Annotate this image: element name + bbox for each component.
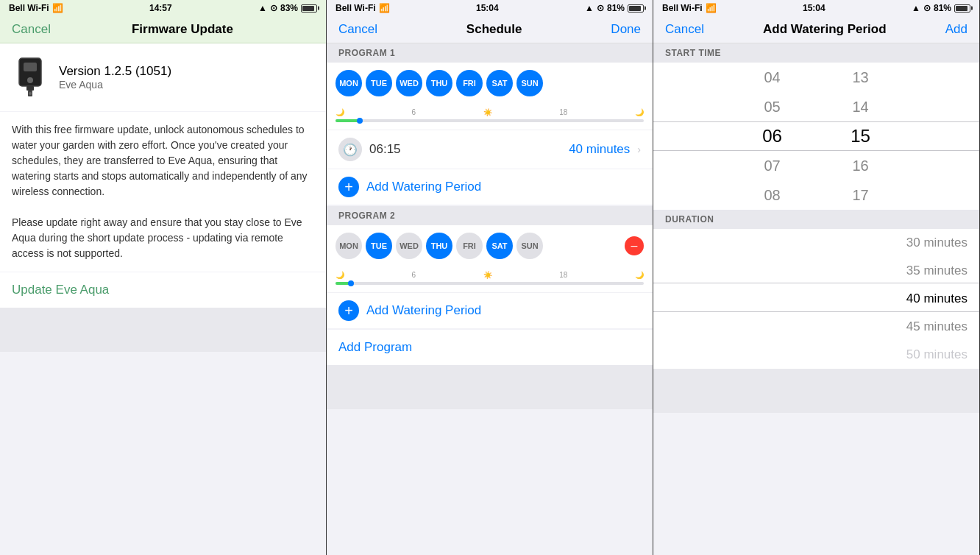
- add-watering-label-2: Add Watering Period: [366, 303, 481, 318]
- schedule-content: PROGRAM 1 MON TUE WED THU FRI SAT SUN 🌙 …: [327, 43, 653, 555]
- add-watering-content: START TIME 03 04 05 06 07 08 09 12 13 14…: [653, 43, 979, 555]
- hour-07: 07: [750, 151, 795, 180]
- day-sun-2[interactable]: SUN: [516, 233, 543, 259]
- slider-label-6-1: 6: [412, 108, 416, 116]
- day-tue-2[interactable]: TUE: [366, 233, 392, 259]
- add-watering-gray-block: [653, 369, 979, 413]
- day-mon-1[interactable]: MON: [335, 70, 362, 96]
- program-2-label: PROGRAM 2: [327, 206, 653, 225]
- schedule-nav-bar: Cancel Schedule Done: [327, 16, 653, 43]
- plus-icon-2: +: [338, 300, 359, 321]
- wifi-icon-1: 📶: [52, 3, 63, 13]
- moon-icon-left-2: 🌙: [335, 271, 344, 279]
- sun-icon-2: ☀️: [483, 271, 492, 279]
- day-sat-2[interactable]: SAT: [486, 233, 513, 259]
- battery-icon-2: [628, 4, 644, 13]
- duration-40: 40 minutes: [653, 285, 979, 313]
- minute-column[interactable]: 12 13 14 15 16 17 18: [817, 63, 905, 210]
- day-fri-1[interactable]: FRI: [456, 70, 483, 96]
- add-program-row[interactable]: Add Program: [327, 330, 653, 365]
- day-mon-2[interactable]: MON: [335, 233, 362, 259]
- start-time-label: START TIME: [653, 43, 979, 63]
- status-left-2: Bell Wi-Fi 📶: [335, 3, 390, 13]
- day-sat-1[interactable]: SAT: [486, 70, 513, 96]
- eve-aqua-icon: [13, 57, 47, 98]
- program-1-time-entry[interactable]: 🕐 06:15 40 minutes ›: [327, 130, 653, 169]
- moon-icon-left-1: 🌙: [335, 108, 344, 116]
- min-17: 17: [839, 180, 883, 210]
- battery-pct-3: 81%: [934, 3, 951, 13]
- device-name: Eve Aqua: [59, 79, 171, 91]
- program-2-slider: 🌙 6 ☀️ 18 🌙: [327, 266, 653, 292]
- day-wed-1[interactable]: WED: [396, 70, 422, 96]
- plus-icon-1: +: [338, 177, 359, 197]
- location-icon-2: ▲: [585, 3, 594, 13]
- battery-icon-3: [954, 4, 970, 13]
- location-icon-3: ▲: [912, 3, 920, 13]
- min-15: 15: [839, 121, 883, 151]
- device-icon: [12, 55, 49, 99]
- cancel-button-1[interactable]: Cancel: [12, 22, 51, 37]
- battery-icon-1: [301, 4, 317, 13]
- add-watering-1[interactable]: + Add Watering Period: [327, 169, 653, 205]
- add-program-label: Add Program: [338, 340, 412, 354]
- status-left-3: Bell Wi-Fi 📶: [662, 3, 717, 13]
- duration-50: 50 minutes: [653, 341, 979, 369]
- svg-point-2: [27, 77, 33, 83]
- wifi-icon-2: 📶: [379, 3, 390, 13]
- time-clock-icon-1: 🕐: [338, 138, 362, 161]
- status-bar-1: Bell Wi-Fi 📶 14:57 ▲ ⊙ 83%: [0, 0, 326, 16]
- program-2-section: PROGRAM 2 MON TUE WED THU FRI SAT SUN – …: [327, 206, 653, 328]
- start-time-picker[interactable]: 03 04 05 06 07 08 09 12 13 14 15 16 17 1…: [653, 63, 979, 210]
- firmware-description: With this free firmware update, unlock a…: [0, 112, 326, 272]
- carrier-2: Bell Wi-Fi: [335, 3, 376, 13]
- day-tue-1[interactable]: TUE: [366, 70, 392, 96]
- svg-rect-3: [26, 86, 34, 91]
- program-1-time: 06:15: [369, 142, 561, 157]
- slider-label-6-2: 6: [412, 271, 416, 279]
- hour-column[interactable]: 03 04 05 06 07 08 09: [728, 63, 817, 210]
- day-fri-2[interactable]: FRI: [456, 233, 483, 259]
- min-16: 16: [839, 151, 883, 180]
- slider-track-1[interactable]: [335, 119, 644, 122]
- add-watering-period-panel: Bell Wi-Fi 📶 15:04 ▲ ⊙ 81% Cancel Add Wa…: [653, 0, 980, 555]
- duration-picker[interactable]: 30 minutes 35 minutes 40 minutes 45 minu…: [653, 229, 979, 369]
- duration-30: 30 minutes: [653, 229, 979, 257]
- lock-icon-1: ⊙: [270, 3, 277, 13]
- slider-labels-2: 🌙 6 ☀️ 18 🌙: [335, 269, 644, 280]
- update-eve-aqua-button[interactable]: Update Eve Aqua: [12, 283, 109, 297]
- done-schedule-button[interactable]: Done: [611, 22, 641, 37]
- moon-icon-right-2: 🌙: [635, 271, 644, 279]
- cancel-add-watering-button[interactable]: Cancel: [665, 22, 704, 37]
- add-watering-confirm-button[interactable]: Add: [945, 22, 967, 37]
- schedule-gray-block: [327, 365, 653, 409]
- firmware-header: Version 1.2.5 (1051) Eve Aqua: [0, 43, 326, 111]
- duration-label: DURATION: [653, 210, 979, 229]
- svg-rect-1: [24, 63, 37, 71]
- day-thu-2[interactable]: THU: [426, 233, 452, 259]
- chevron-right-1: ›: [637, 144, 641, 155]
- day-thu-1[interactable]: THU: [426, 70, 452, 96]
- battery-pct-2: 81%: [607, 3, 625, 13]
- day-wed-2[interactable]: WED: [396, 233, 422, 259]
- slider-track-2[interactable]: [335, 282, 644, 285]
- time-2: 15:04: [476, 3, 499, 13]
- status-left-1: Bell Wi-Fi 📶: [9, 3, 63, 13]
- status-right-1: ▲ ⊙ 83%: [258, 3, 317, 13]
- picker-columns: 03 04 05 06 07 08 09 12 13 14 15 16 17 1…: [728, 63, 905, 210]
- slider-labels-1: 🌙 6 ☀️ 18 🌙: [335, 107, 644, 118]
- day-sun-1[interactable]: SUN: [516, 70, 543, 96]
- battery-pct-1: 83%: [280, 3, 298, 13]
- hour-08: 08: [750, 180, 795, 210]
- add-watering-2[interactable]: + Add Watering Period: [327, 292, 653, 328]
- lock-icon-3: ⊙: [923, 3, 931, 13]
- moon-icon-right-1: 🌙: [635, 108, 644, 116]
- remove-program-2-button[interactable]: –: [625, 236, 644, 255]
- firmware-gray-block: [0, 308, 326, 352]
- cancel-schedule-button[interactable]: Cancel: [338, 22, 377, 37]
- time-1: 14:57: [149, 3, 172, 13]
- firmware-info: Version 1.2.5 (1051) Eve Aqua: [59, 64, 171, 91]
- schedule-panel: Bell Wi-Fi 📶 15:04 ▲ ⊙ 81% Cancel Schedu…: [327, 0, 653, 555]
- program-1-days: MON TUE WED THU FRI SAT SUN: [327, 63, 653, 104]
- carrier-3: Bell Wi-Fi: [662, 3, 703, 13]
